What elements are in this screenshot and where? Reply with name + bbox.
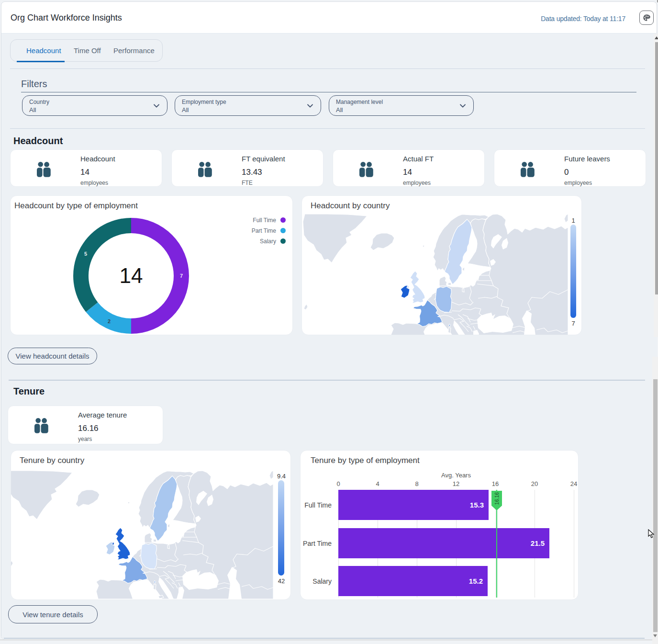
svg-text:16.16: 16.16 xyxy=(494,492,500,505)
svg-text:7: 7 xyxy=(180,273,183,279)
svg-text:2: 2 xyxy=(108,318,111,324)
svg-text:5: 5 xyxy=(84,251,87,257)
svg-text:14: 14 xyxy=(120,264,143,287)
